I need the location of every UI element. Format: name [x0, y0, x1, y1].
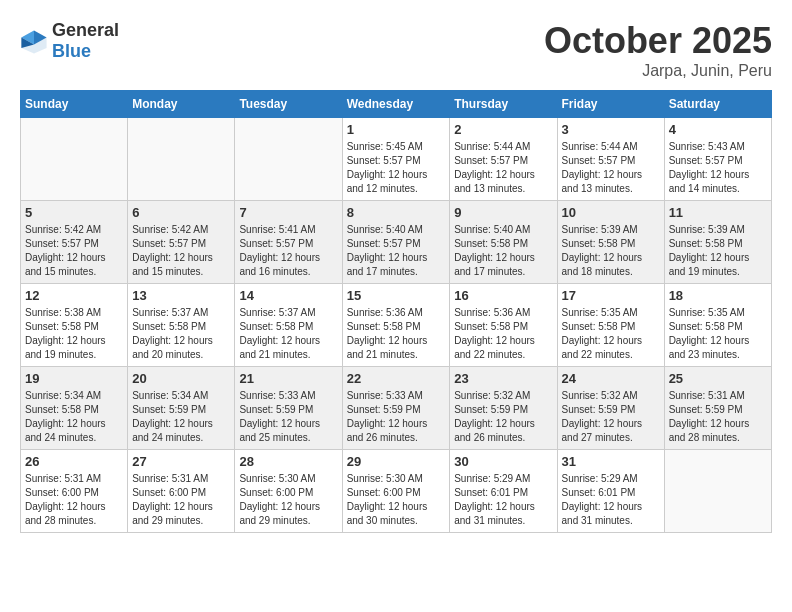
table-row: 7Sunrise: 5:41 AM Sunset: 5:57 PM Daylig… — [235, 201, 342, 284]
table-row: 30Sunrise: 5:29 AM Sunset: 6:01 PM Dayli… — [450, 450, 557, 533]
header-wednesday: Wednesday — [342, 91, 450, 118]
table-row: 28Sunrise: 5:30 AM Sunset: 6:00 PM Dayli… — [235, 450, 342, 533]
day-number: 26 — [25, 454, 123, 469]
day-info: Sunrise: 5:40 AM Sunset: 5:58 PM Dayligh… — [454, 223, 552, 279]
day-info: Sunrise: 5:36 AM Sunset: 5:58 PM Dayligh… — [454, 306, 552, 362]
day-number: 28 — [239, 454, 337, 469]
day-number: 22 — [347, 371, 446, 386]
table-row: 6Sunrise: 5:42 AM Sunset: 5:57 PM Daylig… — [128, 201, 235, 284]
table-row: 24Sunrise: 5:32 AM Sunset: 5:59 PM Dayli… — [557, 367, 664, 450]
page-header: General Blue October 2025 Jarpa, Junin, … — [20, 20, 772, 80]
table-row: 5Sunrise: 5:42 AM Sunset: 5:57 PM Daylig… — [21, 201, 128, 284]
day-info: Sunrise: 5:44 AM Sunset: 5:57 PM Dayligh… — [454, 140, 552, 196]
day-info: Sunrise: 5:38 AM Sunset: 5:58 PM Dayligh… — [25, 306, 123, 362]
table-row: 26Sunrise: 5:31 AM Sunset: 6:00 PM Dayli… — [21, 450, 128, 533]
day-number: 3 — [562, 122, 660, 137]
day-number: 5 — [25, 205, 123, 220]
table-row: 15Sunrise: 5:36 AM Sunset: 5:58 PM Dayli… — [342, 284, 450, 367]
day-info: Sunrise: 5:41 AM Sunset: 5:57 PM Dayligh… — [239, 223, 337, 279]
header-sunday: Sunday — [21, 91, 128, 118]
day-info: Sunrise: 5:42 AM Sunset: 5:57 PM Dayligh… — [25, 223, 123, 279]
day-info: Sunrise: 5:31 AM Sunset: 5:59 PM Dayligh… — [669, 389, 767, 445]
day-info: Sunrise: 5:40 AM Sunset: 5:57 PM Dayligh… — [347, 223, 446, 279]
day-number: 11 — [669, 205, 767, 220]
header-monday: Monday — [128, 91, 235, 118]
day-number: 18 — [669, 288, 767, 303]
day-info: Sunrise: 5:35 AM Sunset: 5:58 PM Dayligh… — [562, 306, 660, 362]
table-row: 20Sunrise: 5:34 AM Sunset: 5:59 PM Dayli… — [128, 367, 235, 450]
table-row: 25Sunrise: 5:31 AM Sunset: 5:59 PM Dayli… — [664, 367, 771, 450]
day-info: Sunrise: 5:32 AM Sunset: 5:59 PM Dayligh… — [454, 389, 552, 445]
day-info: Sunrise: 5:37 AM Sunset: 5:58 PM Dayligh… — [239, 306, 337, 362]
day-info: Sunrise: 5:43 AM Sunset: 5:57 PM Dayligh… — [669, 140, 767, 196]
day-info: Sunrise: 5:39 AM Sunset: 5:58 PM Dayligh… — [562, 223, 660, 279]
calendar-week-row: 19Sunrise: 5:34 AM Sunset: 5:58 PM Dayli… — [21, 367, 772, 450]
table-row — [235, 118, 342, 201]
day-number: 10 — [562, 205, 660, 220]
day-number: 15 — [347, 288, 446, 303]
table-row: 29Sunrise: 5:30 AM Sunset: 6:00 PM Dayli… — [342, 450, 450, 533]
day-info: Sunrise: 5:39 AM Sunset: 5:58 PM Dayligh… — [669, 223, 767, 279]
day-info: Sunrise: 5:36 AM Sunset: 5:58 PM Dayligh… — [347, 306, 446, 362]
day-number: 27 — [132, 454, 230, 469]
day-number: 25 — [669, 371, 767, 386]
calendar-week-row: 5Sunrise: 5:42 AM Sunset: 5:57 PM Daylig… — [21, 201, 772, 284]
table-row: 8Sunrise: 5:40 AM Sunset: 5:57 PM Daylig… — [342, 201, 450, 284]
table-row: 2Sunrise: 5:44 AM Sunset: 5:57 PM Daylig… — [450, 118, 557, 201]
table-row: 9Sunrise: 5:40 AM Sunset: 5:58 PM Daylig… — [450, 201, 557, 284]
calendar-table: Sunday Monday Tuesday Wednesday Thursday… — [20, 90, 772, 533]
table-row: 16Sunrise: 5:36 AM Sunset: 5:58 PM Dayli… — [450, 284, 557, 367]
day-info: Sunrise: 5:33 AM Sunset: 5:59 PM Dayligh… — [347, 389, 446, 445]
day-number: 2 — [454, 122, 552, 137]
day-number: 12 — [25, 288, 123, 303]
table-row: 23Sunrise: 5:32 AM Sunset: 5:59 PM Dayli… — [450, 367, 557, 450]
title-area: October 2025 Jarpa, Junin, Peru — [544, 20, 772, 80]
month-title: October 2025 — [544, 20, 772, 62]
day-number: 21 — [239, 371, 337, 386]
table-row: 3Sunrise: 5:44 AM Sunset: 5:57 PM Daylig… — [557, 118, 664, 201]
day-info: Sunrise: 5:33 AM Sunset: 5:59 PM Dayligh… — [239, 389, 337, 445]
table-row — [128, 118, 235, 201]
day-number: 4 — [669, 122, 767, 137]
day-number: 20 — [132, 371, 230, 386]
day-info: Sunrise: 5:44 AM Sunset: 5:57 PM Dayligh… — [562, 140, 660, 196]
table-row: 13Sunrise: 5:37 AM Sunset: 5:58 PM Dayli… — [128, 284, 235, 367]
table-row: 17Sunrise: 5:35 AM Sunset: 5:58 PM Dayli… — [557, 284, 664, 367]
day-number: 8 — [347, 205, 446, 220]
day-number: 13 — [132, 288, 230, 303]
day-info: Sunrise: 5:45 AM Sunset: 5:57 PM Dayligh… — [347, 140, 446, 196]
logo: General Blue — [20, 20, 119, 62]
day-info: Sunrise: 5:34 AM Sunset: 5:59 PM Dayligh… — [132, 389, 230, 445]
day-info: Sunrise: 5:30 AM Sunset: 6:00 PM Dayligh… — [239, 472, 337, 528]
day-number: 29 — [347, 454, 446, 469]
table-row: 31Sunrise: 5:29 AM Sunset: 6:01 PM Dayli… — [557, 450, 664, 533]
logo-text: General Blue — [52, 20, 119, 62]
day-info: Sunrise: 5:35 AM Sunset: 5:58 PM Dayligh… — [669, 306, 767, 362]
day-number: 14 — [239, 288, 337, 303]
day-info: Sunrise: 5:37 AM Sunset: 5:58 PM Dayligh… — [132, 306, 230, 362]
day-number: 23 — [454, 371, 552, 386]
weekday-header-row: Sunday Monday Tuesday Wednesday Thursday… — [21, 91, 772, 118]
table-row: 4Sunrise: 5:43 AM Sunset: 5:57 PM Daylig… — [664, 118, 771, 201]
header-saturday: Saturday — [664, 91, 771, 118]
table-row: 27Sunrise: 5:31 AM Sunset: 6:00 PM Dayli… — [128, 450, 235, 533]
day-number: 31 — [562, 454, 660, 469]
day-info: Sunrise: 5:32 AM Sunset: 5:59 PM Dayligh… — [562, 389, 660, 445]
calendar-week-row: 1Sunrise: 5:45 AM Sunset: 5:57 PM Daylig… — [21, 118, 772, 201]
table-row: 18Sunrise: 5:35 AM Sunset: 5:58 PM Dayli… — [664, 284, 771, 367]
day-info: Sunrise: 5:29 AM Sunset: 6:01 PM Dayligh… — [454, 472, 552, 528]
table-row: 22Sunrise: 5:33 AM Sunset: 5:59 PM Dayli… — [342, 367, 450, 450]
day-number: 19 — [25, 371, 123, 386]
day-number: 24 — [562, 371, 660, 386]
table-row: 19Sunrise: 5:34 AM Sunset: 5:58 PM Dayli… — [21, 367, 128, 450]
day-info: Sunrise: 5:42 AM Sunset: 5:57 PM Dayligh… — [132, 223, 230, 279]
calendar-week-row: 26Sunrise: 5:31 AM Sunset: 6:00 PM Dayli… — [21, 450, 772, 533]
day-info: Sunrise: 5:31 AM Sunset: 6:00 PM Dayligh… — [25, 472, 123, 528]
table-row: 10Sunrise: 5:39 AM Sunset: 5:58 PM Dayli… — [557, 201, 664, 284]
day-number: 7 — [239, 205, 337, 220]
header-friday: Friday — [557, 91, 664, 118]
day-number: 17 — [562, 288, 660, 303]
day-info: Sunrise: 5:34 AM Sunset: 5:58 PM Dayligh… — [25, 389, 123, 445]
day-number: 9 — [454, 205, 552, 220]
logo-blue: Blue — [52, 41, 91, 61]
